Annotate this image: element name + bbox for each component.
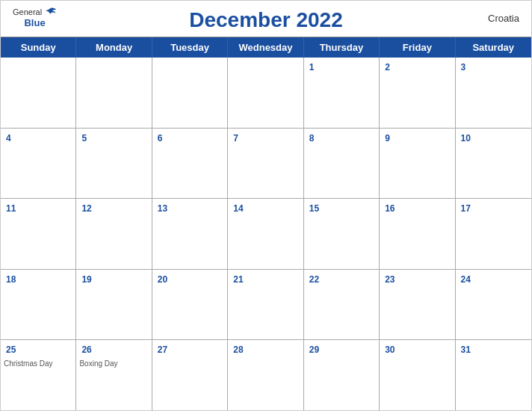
day-number: 22 [307,274,321,285]
day-number: 15 [307,203,321,214]
day-number: 3 [459,62,468,72]
day-number: 12 [79,203,93,214]
day-number: 30 [383,344,397,355]
day-cell: 15 [304,199,380,269]
day-number: 27 [155,344,170,355]
week-row-4: 18192021222324 [1,270,531,341]
day-cell: 21 [228,270,303,340]
day-cell: 11 [1,199,76,269]
day-cell [228,58,303,128]
day-cell: 28 [228,340,303,410]
logo-general-text: General [13,7,42,16]
day-header-friday: Friday [380,37,455,58]
day-cell: 8 [304,129,380,199]
day-cell: 4 [1,129,76,199]
day-number: 5 [79,133,89,143]
day-cell [152,58,228,128]
day-cell: 12 [76,199,152,269]
day-number: 28 [231,344,245,355]
day-number: 31 [459,344,473,355]
day-cell: 3 [456,58,531,128]
day-number: 10 [459,133,473,143]
day-cell: 17 [456,199,531,269]
day-event: Christmas Day [4,359,72,368]
day-cell: 5 [76,129,152,199]
day-cell: 24 [456,270,531,340]
week-row-2: 45678910 [1,129,531,200]
day-cell: 23 [380,270,455,340]
day-number: 16 [383,203,397,214]
day-cell [76,58,152,128]
logo-bird-icon [43,7,57,17]
day-number: 21 [231,274,245,285]
day-number: 19 [79,274,93,285]
day-cell: 6 [152,129,228,199]
day-number: 17 [459,203,473,214]
day-cell: 19 [76,270,152,340]
day-number: 29 [307,344,321,355]
day-header-monday: Monday [76,37,152,58]
day-header-sunday: Sunday [1,37,76,58]
day-number: 6 [155,133,165,143]
day-number: 23 [383,274,397,285]
day-cell: 9 [380,129,455,199]
weeks-container: 1234567891011121314151617181920212223242… [1,58,531,410]
day-number: 2 [383,62,392,72]
logo: General Blue [13,7,57,28]
day-headers-row: SundayMondayTuesdayWednesdayThursdayFrid… [1,37,531,58]
week-row-5: 25Christmas Day26Boxing Day2728293031 [1,340,531,410]
country-label: Croatia [488,13,519,24]
logo-blue-text: Blue [24,17,45,28]
day-number: 7 [231,133,241,143]
day-cell: 29 [304,340,380,410]
day-cell: 22 [304,270,380,340]
day-cell: 20 [152,270,228,340]
day-number: 24 [459,274,473,285]
day-number: 14 [231,203,245,214]
day-number: 4 [4,133,13,143]
day-cell: 2 [380,58,455,128]
day-cell: 16 [380,199,455,269]
day-number: 11 [4,203,18,214]
day-number: 13 [155,203,170,214]
calendar-header: General Blue December 2022 Croatia [1,1,531,37]
day-cell: 30 [380,340,455,410]
day-event: Boxing Day [79,359,148,368]
week-row-1: 123 [1,58,531,129]
day-cell [1,58,76,128]
day-number: 25 [4,344,18,355]
day-header-tuesday: Tuesday [152,37,228,58]
day-header-wednesday: Wednesday [228,37,303,58]
day-cell: 1 [304,58,380,128]
calendar: General Blue December 2022 Croatia Sunda… [0,0,532,411]
day-cell: 10 [456,129,531,199]
day-header-saturday: Saturday [456,37,531,58]
calendar-title: December 2022 [189,8,342,32]
day-cell: 26Boxing Day [76,340,152,410]
week-row-3: 11121314151617 [1,199,531,270]
day-cell: 13 [152,199,228,269]
day-number: 8 [307,133,317,143]
calendar-grid: SundayMondayTuesdayWednesdayThursdayFrid… [1,37,531,410]
day-number: 26 [79,344,93,355]
day-header-thursday: Thursday [304,37,380,58]
day-number: 9 [383,133,392,143]
day-number: 1 [307,62,317,72]
day-cell: 25Christmas Day [1,340,76,410]
day-cell: 27 [152,340,228,410]
day-number: 18 [4,274,18,285]
day-cell: 14 [228,199,303,269]
day-number: 20 [155,274,170,285]
day-cell: 31 [456,340,531,410]
day-cell: 18 [1,270,76,340]
day-cell: 7 [228,129,303,199]
